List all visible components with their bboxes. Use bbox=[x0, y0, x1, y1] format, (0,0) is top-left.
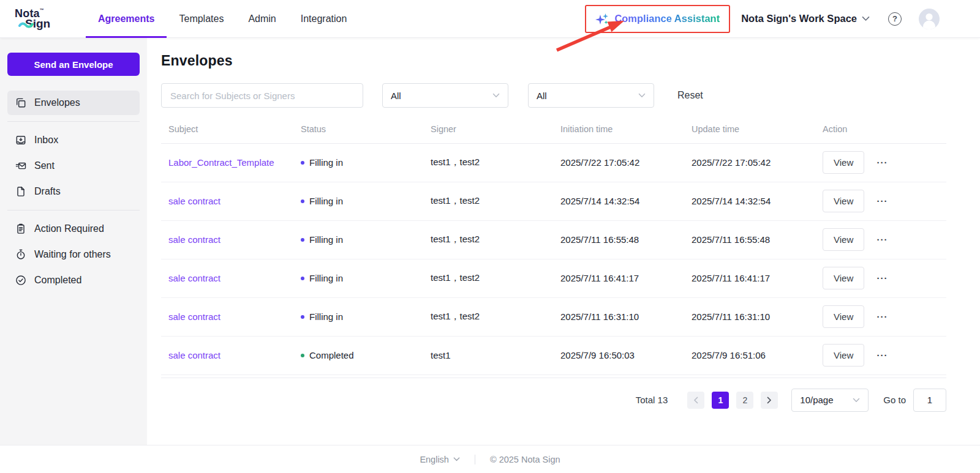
completed-icon bbox=[15, 274, 27, 286]
more-actions-icon[interactable]: ··· bbox=[876, 273, 888, 283]
table-bottom-border bbox=[161, 378, 946, 378]
nav-tab-templates[interactable]: Templates bbox=[167, 0, 236, 38]
goto-label: Go to bbox=[883, 395, 906, 405]
sidebar-item-label: Waiting for others bbox=[34, 249, 111, 260]
more-actions-icon[interactable]: ··· bbox=[876, 157, 888, 168]
pagination-page-2[interactable]: 2 bbox=[736, 392, 753, 409]
subject-link[interactable]: sale contract bbox=[168, 273, 221, 283]
subject-link[interactable]: sale contract bbox=[168, 234, 221, 245]
status-dot bbox=[301, 354, 304, 357]
chevron-down-icon bbox=[453, 457, 460, 461]
filter-bar: All All Reset bbox=[161, 83, 946, 108]
view-button[interactable]: View bbox=[823, 267, 864, 289]
update-time-cell: 2025/7/9 16:51:06 bbox=[684, 336, 815, 374]
pagination-prev-button[interactable] bbox=[687, 392, 704, 409]
view-button[interactable]: View bbox=[823, 228, 864, 251]
pagination-bar: Total 13 1 2 10/page Go to bbox=[161, 389, 946, 412]
language-selector[interactable]: English bbox=[420, 455, 460, 464]
action-required-icon bbox=[15, 223, 27, 235]
chevron-left-icon bbox=[693, 397, 698, 404]
sidebar-item-label: Action Required bbox=[34, 223, 104, 234]
signer-cell: test1，test2 bbox=[423, 297, 553, 336]
send-envelope-button[interactable]: Send an Envelope bbox=[7, 53, 140, 76]
pagination-page-1[interactable]: 1 bbox=[712, 392, 729, 409]
nota-sign-logo[interactable]: Nota™ Sign bbox=[15, 8, 67, 29]
chevron-right-icon bbox=[767, 397, 772, 404]
header-right-cluster: Compliance Assistant Nota Sign's Work Sp… bbox=[585, 5, 980, 33]
inbox-icon bbox=[15, 134, 27, 146]
status-label: Filling in bbox=[309, 196, 343, 206]
chevron-down-icon bbox=[492, 93, 500, 98]
sidebar-divider bbox=[7, 121, 140, 122]
more-actions-icon[interactable]: ··· bbox=[876, 234, 888, 245]
page-size-select[interactable]: 10/page bbox=[791, 389, 869, 412]
reset-button[interactable]: Reset bbox=[677, 90, 703, 101]
top-header: Nota™ Sign Agreements Templates Admin In… bbox=[0, 0, 980, 38]
status-dot bbox=[301, 238, 304, 242]
view-button[interactable]: View bbox=[823, 305, 864, 328]
update-time-cell: 2025/7/11 16:41:17 bbox=[684, 259, 815, 297]
user-avatar-icon bbox=[919, 9, 940, 29]
col-header-status: Status bbox=[293, 121, 423, 143]
envelopes-icon bbox=[15, 97, 27, 109]
goto-page-input[interactable] bbox=[913, 389, 946, 412]
status-dot bbox=[301, 161, 304, 165]
chevron-down-icon bbox=[853, 398, 860, 403]
table-row: sale contract Filling in test1，test2 202… bbox=[161, 220, 946, 259]
subject-link[interactable]: sale contract bbox=[168, 350, 221, 360]
nav-tab-admin[interactable]: Admin bbox=[236, 0, 288, 38]
status-label: Filling in bbox=[309, 311, 343, 322]
more-actions-icon[interactable]: ··· bbox=[876, 311, 888, 322]
sidebar: Send an Envelope Envelopes bbox=[0, 38, 147, 445]
initiation-time-cell: 2025/7/9 16:50:03 bbox=[553, 336, 684, 374]
sidebar-item-completed[interactable]: Completed bbox=[7, 268, 140, 292]
sidebar-item-label: Completed bbox=[34, 275, 81, 286]
sidebar-divider bbox=[7, 210, 140, 210]
subject-link[interactable]: Labor_Contract_Template bbox=[168, 157, 274, 168]
view-button[interactable]: View bbox=[823, 151, 864, 174]
table-row: sale contract Filling in test1，test2 202… bbox=[161, 259, 946, 297]
status-dot bbox=[301, 315, 304, 319]
type-filter-value: All bbox=[537, 91, 547, 101]
compliance-assistant-label: Compliance Assistant bbox=[614, 13, 720, 24]
sent-icon bbox=[15, 160, 27, 172]
nav-tab-agreements[interactable]: Agreements bbox=[86, 0, 167, 38]
nav-tab-integration[interactable]: Integration bbox=[288, 0, 360, 38]
initiation-time-cell: 2025/7/11 16:31:10 bbox=[553, 297, 684, 336]
status-label: Filling in bbox=[309, 234, 343, 245]
subject-link[interactable]: sale contract bbox=[168, 196, 221, 206]
pagination-next-button[interactable] bbox=[761, 392, 778, 409]
copyright-text: © 2025 Nota Sign bbox=[490, 455, 560, 464]
view-button[interactable]: View bbox=[823, 344, 864, 367]
page-size-value: 10/page bbox=[800, 395, 833, 405]
help-icon[interactable]: ? bbox=[888, 12, 902, 26]
sidebar-item-waiting-for-others[interactable]: Waiting for others bbox=[7, 242, 140, 267]
initiation-time-cell: 2025/7/22 17:05:42 bbox=[553, 143, 684, 182]
status-label: Completed bbox=[309, 350, 354, 360]
col-header-action: Action bbox=[815, 121, 946, 143]
avatar[interactable] bbox=[919, 9, 940, 29]
trademark-symbol: ™ bbox=[40, 8, 44, 12]
more-actions-icon[interactable]: ··· bbox=[876, 196, 888, 206]
more-actions-icon[interactable]: ··· bbox=[876, 350, 888, 360]
table-row: sale contract Filling in test1，test2 202… bbox=[161, 182, 946, 220]
initiation-time-cell: 2025/7/14 14:32:54 bbox=[553, 182, 684, 220]
sidebar-item-drafts[interactable]: Drafts bbox=[7, 179, 140, 204]
signer-cell: test1，test2 bbox=[423, 220, 553, 259]
sidebar-item-sent[interactable]: Sent bbox=[7, 154, 140, 178]
sidebar-item-action-required[interactable]: Action Required bbox=[7, 217, 140, 241]
signer-cell: test1，test2 bbox=[423, 182, 553, 220]
sparkle-icon bbox=[595, 12, 609, 26]
subject-link[interactable]: sale contract bbox=[168, 311, 221, 322]
sidebar-item-inbox[interactable]: Inbox bbox=[7, 128, 140, 152]
table-row: sale contract Filling in test1，test2 202… bbox=[161, 297, 946, 336]
table-row: sale contract Completed test1 2025/7/9 1… bbox=[161, 336, 946, 374]
workspace-dropdown[interactable]: Nota Sign's Work Space bbox=[741, 13, 870, 24]
chevron-down-icon bbox=[862, 16, 870, 21]
status-filter-select[interactable]: All bbox=[382, 83, 508, 108]
search-input[interactable] bbox=[161, 83, 363, 108]
view-button[interactable]: View bbox=[823, 190, 864, 212]
type-filter-select[interactable]: All bbox=[528, 83, 654, 108]
compliance-assistant-button[interactable]: Compliance Assistant bbox=[585, 5, 730, 33]
sidebar-item-envelopes[interactable]: Envelopes bbox=[7, 91, 140, 115]
